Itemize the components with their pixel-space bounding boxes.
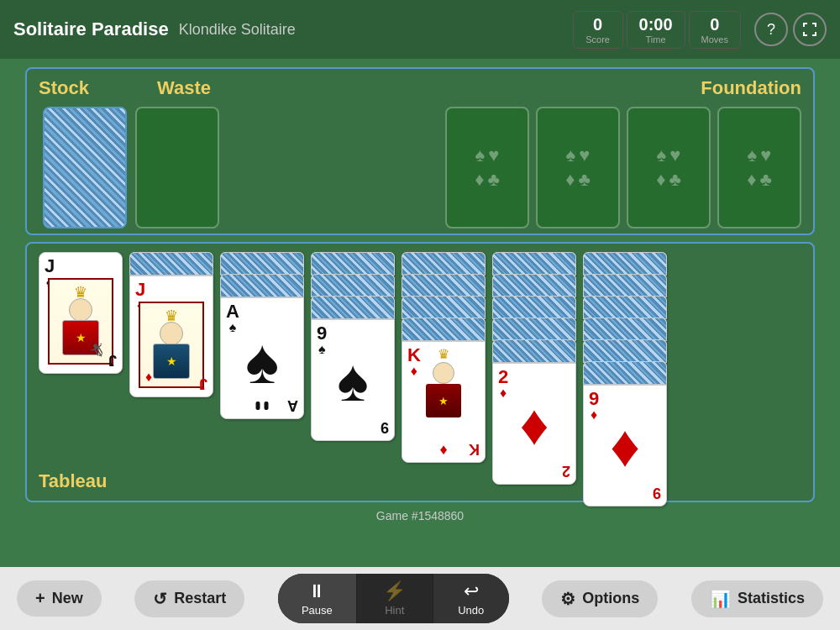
top-zone: Stock Waste Foundation ♠ ♥	[25, 67, 815, 235]
tableau-zone: J ♠ ♛ ★	[25, 242, 815, 502]
options-button[interactable]: ⚙ Options	[542, 580, 658, 617]
tableau-col-7: 9 ♦ ♦ 9	[583, 252, 667, 507]
tableau-col-5: K ♦ ♛ ★ ♦ K	[402, 252, 486, 463]
foundation-2-suits: ♠ ♥ ♦ ♣	[565, 145, 591, 189]
help-button[interactable]: ?	[754, 13, 788, 46]
options-label: Options	[582, 590, 639, 607]
hidden-card-3b	[220, 274, 304, 297]
game-area: Stock Waste Foundation ♠ ♥	[0, 59, 840, 567]
hidden-card-6a	[492, 252, 576, 276]
card-9-spades[interactable]: 9 ♠ ♠ 9	[311, 319, 395, 441]
foundation-4-suits: ♠ ♥ ♦ ♣	[747, 145, 772, 189]
tableau-col-4: 9 ♠ ♠ 9	[311, 252, 395, 441]
hidden-card-5a	[402, 252, 486, 276]
hint-icon: ⚡	[383, 580, 406, 602]
score-label: Score	[585, 34, 611, 45]
fullscreen-button[interactable]	[793, 13, 827, 46]
undo-icon: ↩	[464, 580, 479, 602]
hidden-card-7a	[583, 252, 667, 276]
undo-label: Undo	[458, 604, 484, 617]
restart-button[interactable]: ↺ Restart	[134, 580, 244, 617]
gear-icon: ⚙	[560, 589, 575, 609]
waste-area	[135, 107, 219, 228]
new-button[interactable]: + New	[17, 580, 102, 617]
footer: + New ↺ Restart ⏸ Pause ⚡ Hint ↩ Undo ⚙ …	[0, 567, 840, 630]
hint-label: Hint	[385, 604, 404, 617]
hidden-card-5c	[402, 296, 486, 319]
tableau-col-1: J ♠ ♛ ★	[39, 252, 123, 374]
time-box: 0:00 Time	[627, 11, 685, 49]
card-ace-spades[interactable]: A ♠ ♠ A	[220, 297, 304, 419]
hidden-card-4b	[311, 274, 395, 297]
hidden-card-6b	[492, 274, 576, 297]
card-king-diamonds[interactable]: K ♦ ♛ ★ ♦ K	[402, 341, 486, 463]
new-label: New	[52, 590, 83, 607]
header: Solitaire Paradise Klondike Solitaire 0 …	[0, 0, 840, 59]
stock-label: Stock	[39, 77, 89, 99]
hidden-card-6c	[492, 296, 576, 319]
waste-pile[interactable]	[135, 107, 219, 228]
hidden-card-5d	[402, 318, 486, 341]
foundation-1-suits: ♠ ♥ ♦ ♣	[475, 145, 500, 189]
foundation-pile-2[interactable]: ♠ ♥ ♦ ♣	[536, 107, 620, 228]
moves-box: 0 Moves	[689, 11, 741, 49]
hidden-card-4a	[311, 252, 395, 276]
score-panel: 0 Score 0:00 Time 0 Moves	[573, 11, 741, 49]
center-buttons: ⏸ Pause ⚡ Hint ↩ Undo	[278, 574, 509, 623]
score-value: 0	[585, 15, 611, 34]
game-type: Klondike Solitaire	[179, 21, 296, 39]
pause-icon: ⏸	[307, 580, 326, 602]
hidden-card-7b	[583, 274, 667, 297]
statistics-button[interactable]: 📊 Statistics	[691, 580, 823, 617]
hidden-card-6e	[492, 339, 576, 363]
hidden-card-5b	[402, 274, 486, 297]
time-value: 0:00	[639, 15, 673, 34]
statistics-icon: 📊	[710, 589, 731, 609]
tableau-columns: J ♠ ♛ ★	[39, 252, 801, 507]
hidden-card-3a	[220, 252, 304, 276]
hidden-card-7d	[583, 318, 667, 341]
moves-label: Moves	[701, 34, 728, 45]
moves-value: 0	[701, 15, 728, 34]
game-number: Game #1548860	[25, 509, 815, 522]
hidden-card-7e	[583, 339, 667, 363]
hidden-card-6d	[492, 318, 576, 341]
card-2-diamonds[interactable]: 2 ♦ ♦ 2	[492, 363, 576, 485]
hidden-card-2	[129, 252, 213, 276]
plus-icon: +	[35, 589, 45, 608]
stock-area	[43, 107, 127, 228]
foundation-3-suits: ♠ ♥ ♦ ♣	[656, 145, 681, 189]
tableau-label: Tableau	[39, 470, 108, 492]
pause-label: Pause	[302, 604, 333, 617]
tableau-col-6: 2 ♦ ♦ 2	[492, 252, 576, 485]
restart-icon: ↺	[153, 589, 167, 609]
tableau-col-3: A ♠ ♠ A	[220, 252, 304, 419]
app-title: Solitaire Paradise	[13, 18, 169, 40]
hidden-card-7c	[583, 296, 667, 319]
card-jack-spades[interactable]: J ♠ ♛ ★	[39, 252, 123, 374]
card-back-pattern	[45, 108, 125, 227]
card-jack-diamonds[interactable]: J ♦ ♛ ★ ♦ J	[129, 276, 213, 397]
foundation-pile-4[interactable]: ♠ ♥ ♦ ♣	[717, 107, 801, 228]
score-box: 0 Score	[573, 11, 623, 49]
card-9-diamonds[interactable]: 9 ♦ ♦ 9	[583, 385, 667, 507]
foundation-pile-3[interactable]: ♠ ♥ ♦ ♣	[627, 107, 711, 228]
undo-button[interactable]: ↩ Undo	[433, 574, 509, 623]
foundation-label: Foundation	[701, 77, 801, 99]
pause-button[interactable]: ⏸ Pause	[278, 574, 356, 623]
hidden-card-4c	[311, 296, 395, 319]
waste-label: Waste	[157, 77, 211, 99]
stock-pile[interactable]	[43, 107, 127, 228]
time-label: Time	[639, 34, 673, 45]
tableau-col-2: J ♦ ♛ ★ ♦ J	[129, 252, 213, 397]
foundation-pile-1[interactable]: ♠ ♥ ♦ ♣	[445, 107, 529, 228]
hint-button[interactable]: ⚡ Hint	[357, 574, 433, 623]
hidden-card-7f	[583, 361, 667, 385]
restart-label: Restart	[174, 590, 226, 607]
foundation-area: ♠ ♥ ♦ ♣ ♠ ♥ ♦	[445, 107, 801, 228]
statistics-label: Statistics	[738, 590, 805, 607]
